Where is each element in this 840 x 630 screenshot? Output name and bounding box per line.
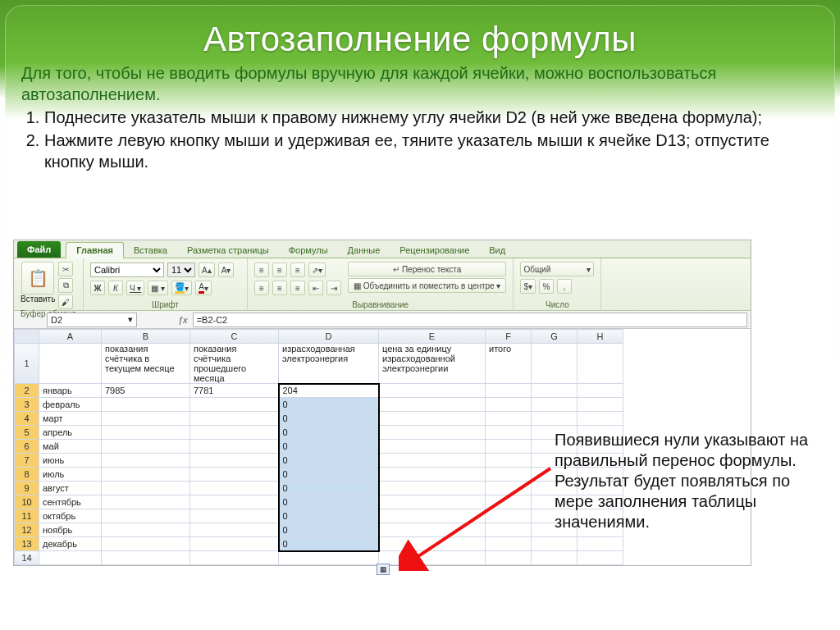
decrease-indent-button[interactable]: ⇤ (308, 281, 323, 295)
cell-D7[interactable]: 0 (279, 454, 379, 468)
row-header-2[interactable]: 2 (15, 384, 39, 398)
cell-D5[interactable]: 0 (279, 426, 379, 440)
file-tab[interactable]: Файл (17, 241, 61, 258)
cell-F5[interactable] (486, 426, 532, 440)
tab-insert[interactable]: Вставка (124, 243, 177, 258)
col-header-A[interactable]: A (39, 330, 102, 344)
tab-view[interactable]: Вид (479, 243, 515, 258)
cell-A9[interactable]: август (39, 482, 102, 495)
cell-C12[interactable] (190, 523, 279, 537)
cell-E8[interactable] (379, 468, 486, 482)
cell-F2[interactable] (486, 384, 532, 398)
cell-D3[interactable]: 0 (279, 398, 379, 412)
row-header-3[interactable]: 3 (15, 398, 39, 412)
bold-button[interactable]: Ж (90, 281, 105, 295)
orientation-button[interactable]: ⇗▾ (308, 262, 326, 277)
paste-button[interactable]: 📋 (21, 262, 54, 294)
col-header-H[interactable]: H (578, 330, 623, 344)
cell-A6[interactable]: май (39, 440, 102, 454)
cell-B12[interactable] (102, 523, 190, 537)
cell-A5[interactable]: апрель (39, 426, 102, 440)
comma-style-button[interactable]: , (557, 279, 572, 294)
cell-B1[interactable]: показания счётчика в текущем месяце (102, 344, 190, 384)
font-name-select[interactable]: Calibri (90, 262, 164, 277)
cell-H14[interactable] (578, 551, 623, 565)
cell-G3[interactable] (532, 398, 578, 412)
cell-C10[interactable] (190, 495, 279, 509)
cell-D10[interactable]: 0 (279, 495, 379, 509)
number-format-select[interactable]: Общий▾ (520, 262, 594, 276)
cell-B8[interactable] (102, 468, 190, 482)
cell-B4[interactable] (102, 412, 190, 426)
align-right-button[interactable]: ≡ (290, 281, 305, 295)
formula-input[interactable]: =B2-C2 (193, 313, 747, 327)
cell-E4[interactable] (379, 412, 486, 426)
cell-E3[interactable] (379, 398, 486, 412)
merge-center-button[interactable]: ▦ Объединить и поместить в центре ▾ (348, 278, 506, 293)
cell-C9[interactable] (190, 482, 279, 495)
borders-button[interactable]: ▦ ▾ (148, 281, 168, 295)
font-size-select[interactable]: 11 (167, 262, 195, 277)
spreadsheet-grid[interactable]: ABCDEFGH1показания счётчика в текущем ме… (14, 329, 623, 565)
fill-color-button[interactable]: 🪣▾ (171, 281, 192, 295)
cut-button[interactable]: ✂ (58, 262, 73, 276)
cell-B11[interactable] (102, 509, 190, 523)
cell-E14[interactable] (379, 551, 486, 565)
cell-H2[interactable] (578, 384, 623, 398)
cell-C14[interactable] (190, 551, 279, 565)
row-header-12[interactable]: 12 (15, 523, 39, 537)
cell-F1[interactable]: итого (486, 344, 532, 384)
cell-A1[interactable] (39, 344, 102, 384)
cell-F13[interactable] (486, 537, 532, 551)
cell-D8[interactable]: 0 (279, 468, 379, 482)
cell-E10[interactable] (379, 495, 486, 509)
cell-D4[interactable]: 0 (279, 412, 379, 426)
cell-C5[interactable] (190, 426, 279, 440)
cell-D2[interactable]: 204 (279, 384, 379, 398)
cell-F7[interactable] (486, 454, 532, 468)
cell-A12[interactable]: ноябрь (39, 523, 102, 537)
tab-data[interactable]: Данные (338, 243, 390, 258)
name-box[interactable]: D2 ▾ (47, 313, 137, 327)
align-middle-button[interactable]: ≡ (272, 262, 287, 277)
fx-icon[interactable]: ƒx (178, 315, 188, 325)
cell-A8[interactable]: июль (39, 468, 102, 482)
select-all-corner[interactable] (15, 330, 39, 344)
grow-font-button[interactable]: A▴ (199, 262, 215, 277)
cell-C3[interactable] (190, 398, 279, 412)
cell-A4[interactable]: март (39, 412, 102, 426)
cell-E11[interactable] (379, 509, 486, 523)
row-header-13[interactable]: 13 (15, 537, 39, 551)
col-header-D[interactable]: D (279, 330, 379, 344)
cell-E7[interactable] (379, 454, 486, 468)
row-header-9[interactable]: 9 (15, 482, 39, 495)
align-center-button[interactable]: ≡ (272, 281, 287, 295)
row-header-8[interactable]: 8 (15, 468, 39, 482)
cell-G14[interactable] (532, 551, 578, 565)
cell-D14[interactable] (279, 551, 379, 565)
cell-C7[interactable] (190, 454, 279, 468)
cell-D13[interactable]: 0 (279, 537, 379, 551)
cell-F8[interactable] (486, 468, 532, 482)
cell-E2[interactable] (379, 384, 486, 398)
cell-B6[interactable] (102, 440, 190, 454)
cell-B9[interactable] (102, 482, 190, 495)
cell-F12[interactable] (486, 523, 532, 537)
tab-review[interactable]: Рецензирование (390, 243, 479, 258)
cell-E13[interactable] (379, 537, 486, 551)
cell-D11[interactable]: 0 (279, 509, 379, 523)
tab-layout[interactable]: Разметка страницы (177, 243, 279, 258)
cell-C13[interactable] (190, 537, 279, 551)
shrink-font-button[interactable]: A▾ (218, 262, 235, 277)
cell-B13[interactable] (102, 537, 190, 551)
cell-B5[interactable] (102, 426, 190, 440)
align-left-button[interactable]: ≡ (254, 281, 269, 295)
cell-C1[interactable]: показания счётчика прошедшего месяца (190, 344, 279, 384)
col-header-F[interactable]: F (486, 330, 532, 344)
copy-button[interactable]: ⧉ (58, 278, 73, 293)
cell-D1[interactable]: израсходованная электроэнергия (279, 344, 379, 384)
cell-H4[interactable] (578, 412, 623, 426)
row-header-14[interactable]: 14 (15, 551, 39, 565)
tab-formulas[interactable]: Формулы (279, 243, 338, 258)
cell-A7[interactable]: июнь (39, 454, 102, 468)
